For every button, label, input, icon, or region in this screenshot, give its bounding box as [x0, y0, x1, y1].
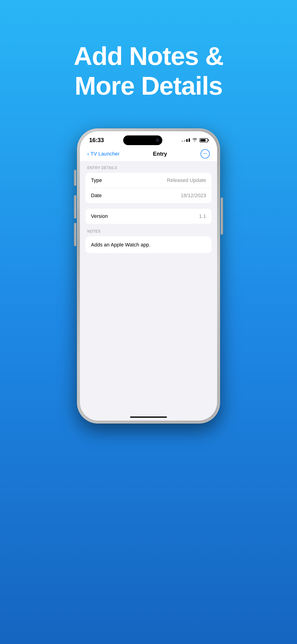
type-label: Type	[91, 177, 102, 183]
mute-button	[74, 170, 76, 186]
signal-icon	[182, 138, 190, 142]
navigation-bar: ‹ TV Launcher Entry ···	[80, 148, 217, 161]
home-indicator	[130, 416, 167, 418]
status-time: 16:33	[89, 136, 104, 144]
back-button[interactable]: ‹ TV Launcher	[87, 151, 120, 157]
notes-text: Adds an Apple Watch app.	[86, 236, 212, 253]
version-row: Version 1.1	[86, 209, 212, 224]
date-value: 18/12/2023	[181, 192, 206, 198]
headline-line1: Add Notes &	[74, 42, 223, 71]
status-bar: 16:33	[80, 131, 217, 148]
battery-icon	[200, 138, 208, 142]
notes-card: Adds an Apple Watch app.	[86, 236, 212, 253]
phone-screen: 16:33	[80, 131, 217, 420]
ellipsis-icon: ···	[203, 151, 207, 156]
wifi-icon	[192, 138, 197, 143]
screen-content: ENTRY DETAILS Type Released Update Date …	[80, 161, 217, 263]
headline: Add Notes & More Details	[51, 42, 246, 101]
volume-down-button	[74, 223, 76, 246]
entry-details-card: Type Released Update Date 18/12/2023	[86, 173, 212, 203]
date-row: Date 18/12/2023	[86, 188, 212, 203]
chevron-left-icon: ‹	[87, 151, 89, 157]
status-icons	[182, 138, 208, 143]
type-row: Type Released Update	[86, 173, 212, 188]
phone-mockup: 16:33	[77, 128, 220, 423]
type-value: Released Update	[167, 177, 206, 183]
nav-title: Entry	[153, 151, 167, 157]
version-value: 1.1	[199, 213, 206, 219]
dynamic-island	[123, 136, 162, 145]
headline-line2: More Details	[74, 71, 223, 101]
version-label: Version	[91, 213, 108, 219]
camera-indicator	[156, 139, 159, 142]
entry-details-section-label: ENTRY DETAILS	[86, 166, 212, 170]
version-card: Version 1.1	[86, 209, 212, 224]
phone-frame: 16:33	[77, 128, 220, 423]
power-button	[221, 198, 223, 234]
notes-section-label: NOTES	[86, 230, 212, 234]
back-label: TV Launcher	[90, 151, 120, 157]
volume-up-button	[74, 195, 76, 218]
date-label: Date	[91, 192, 102, 198]
more-options-button[interactable]: ···	[200, 149, 210, 158]
